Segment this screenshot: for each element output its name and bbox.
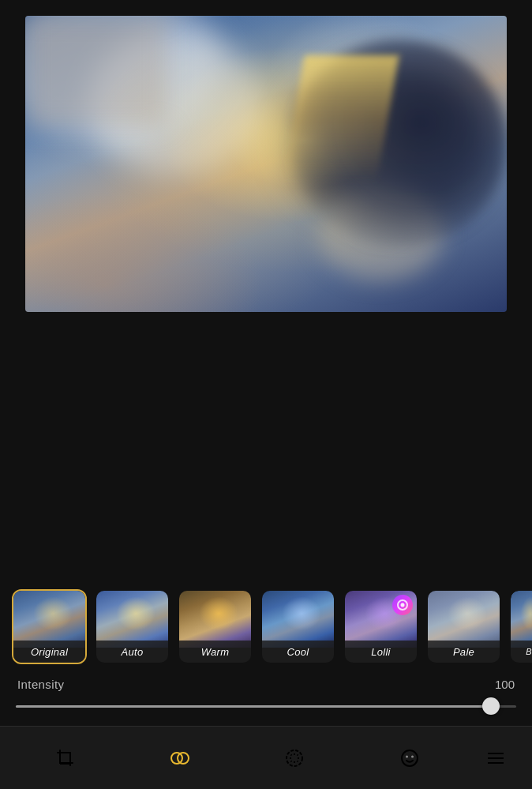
slider-row (0, 696, 532, 716)
filter-warm-thumb (179, 591, 251, 648)
image-area (0, 0, 532, 581)
filter-warm-label: Warm (179, 641, 251, 663)
filter-pale[interactable]: Pale (426, 589, 501, 664)
filter-next-partial[interactable]: B (509, 589, 532, 664)
bottom-nav (0, 726, 532, 789)
nav-filter[interactable] (122, 727, 237, 789)
more-icon (484, 746, 508, 770)
nav-sticker[interactable] (352, 727, 466, 789)
svg-point-14 (411, 755, 414, 757)
filter-cool-label: Cool (262, 641, 334, 663)
filter-auto-label: Auto (96, 641, 168, 663)
intensity-label: Intensity (17, 678, 483, 691)
svg-point-13 (406, 755, 408, 757)
filter-warm[interactable]: Warm (178, 589, 253, 664)
slider-filled (16, 705, 491, 708)
lolli-badge-inner (397, 599, 408, 611)
slider-thumb[interactable] (482, 697, 500, 715)
filter-cool-thumb (262, 591, 334, 648)
intensity-controls: Intensity 100 (0, 672, 532, 726)
controls-area: Original Auto Warm Cool (0, 581, 532, 726)
filter-original[interactable]: Original (12, 589, 87, 664)
main-image (25, 16, 507, 312)
filter-original-thumb (13, 591, 85, 648)
filter-auto-thumb (96, 591, 168, 648)
crop-icon (54, 746, 77, 770)
svg-point-7 (287, 750, 302, 766)
filter-lolli[interactable]: Lolli (343, 589, 418, 664)
filter-auto[interactable]: Auto (95, 589, 170, 664)
sticker-icon (398, 746, 421, 770)
intensity-header: Intensity 100 (0, 676, 532, 696)
svg-point-12 (402, 750, 418, 766)
sky-image (25, 16, 507, 312)
filter-pale-label: Pale (428, 641, 500, 663)
nav-adjust[interactable] (238, 727, 352, 789)
svg-rect-0 (60, 753, 70, 763)
adjust-icon (283, 746, 306, 770)
intensity-value: 100 (483, 678, 515, 691)
filter-lolli-label: Lolli (345, 641, 417, 663)
filter-icon (168, 746, 192, 770)
filter-next-thumb (511, 591, 532, 648)
nav-more[interactable] (466, 727, 524, 789)
app: Original Auto Warm Cool (0, 0, 532, 789)
filter-next-label: B (511, 641, 532, 663)
filter-strip: Original Auto Warm Cool (0, 581, 532, 672)
lolli-badge-icon (392, 595, 413, 615)
filter-cool[interactable]: Cool (260, 589, 335, 664)
filter-pale-thumb (428, 591, 500, 648)
nav-crop[interactable] (8, 727, 122, 789)
filter-original-label: Original (13, 641, 85, 663)
slider-wrapper[interactable] (16, 696, 516, 716)
